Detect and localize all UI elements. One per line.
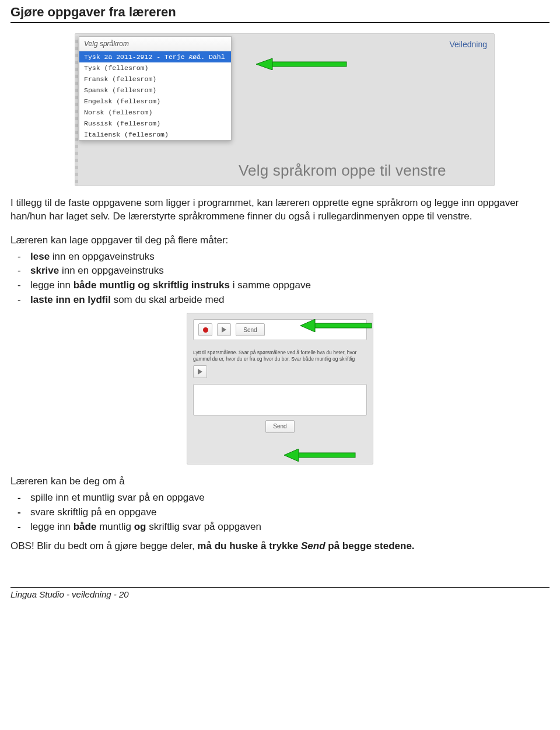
play-button[interactable]	[193, 365, 207, 378]
list-item: skrive inn en oppgaveinstruks	[30, 264, 550, 278]
text: inn en oppgaveinstruks	[50, 251, 155, 262]
bold-text: laste inn en lydfil	[30, 294, 111, 305]
list-item: spille inn et muntlig svar på en oppgave	[30, 491, 550, 505]
page-footer: Lingua Studio - veiledning - 20	[10, 588, 550, 606]
list-item: legge inn både muntlig og skriftlig svar…	[30, 520, 550, 535]
green-arrow-icon	[256, 58, 349, 70]
bold-text: skrive	[30, 265, 59, 276]
play-triangle-icon	[198, 369, 202, 375]
page-title: Gjøre oppgaver fra læreren	[10, 5, 550, 20]
dropdown-item[interactable]: Tysk (fellesrom)	[79, 62, 231, 74]
bold-text: og	[134, 521, 146, 532]
dropdown-item[interactable]: Spansk (fellesrom)	[79, 85, 231, 96]
screenshot-answer-panel: Send Lytt til spørsmålene. Svar på spørs…	[187, 313, 373, 464]
bold-italic-text: Send	[301, 540, 326, 551]
send-button[interactable]: Send	[236, 323, 265, 336]
svg-rect-0	[271, 62, 346, 67]
text: legge inn	[30, 280, 74, 291]
text: OBS! Blir du bedt om å gjøre begge deler…	[10, 540, 197, 551]
dropdown-selected-item[interactable]: Tysk 2a 2011-2912 - Terje Æøå. Dahl	[79, 51, 231, 62]
list-item: laste inn en lydfil som du skal arbeide …	[30, 293, 550, 308]
dropdown-item[interactable]: Russisk (fellesrom)	[79, 118, 231, 129]
list-item: legge inn både muntlig og skriftlig inst…	[30, 278, 550, 293]
send-button[interactable]: Send	[265, 420, 295, 433]
play-button[interactable]	[217, 323, 231, 336]
bold-text: må du huske å trykke	[197, 540, 301, 551]
help-link[interactable]: Veiledning	[449, 40, 487, 49]
svg-rect-4	[297, 453, 355, 457]
language-room-dropdown[interactable]: Velg språkrom Tysk 2a 2011-2912 - Terje …	[79, 36, 232, 141]
screenshot-caption: Velg språkrom oppe til venstre	[239, 162, 446, 180]
text: som du skal arbeide med	[111, 294, 225, 305]
text: skriftlig svar på oppgaven	[146, 521, 261, 532]
list-item: lese inn en oppgaveinstruks	[30, 250, 550, 264]
record-button[interactable]	[198, 323, 212, 336]
text: i samme oppgave	[230, 280, 311, 291]
recording-toolbar: Send	[193, 319, 367, 340]
dropdown-item[interactable]: Fransk (fellesrom)	[79, 74, 231, 85]
svg-marker-5	[284, 449, 299, 462]
list2-intro: Læreren kan be deg om å	[10, 475, 550, 488]
dropdown-item[interactable]: Norsk (fellesrom)	[79, 107, 231, 118]
title-rule	[10, 22, 550, 23]
dropdown-header: Velg språkrom	[79, 37, 231, 51]
written-answer-input[interactable]	[193, 384, 367, 415]
intro-paragraph: I tillegg til de faste oppgavene som lig…	[10, 197, 550, 223]
scrollbar-strip	[75, 36, 78, 186]
teacher-can-list: lese inn en oppgaveinstruks skrive inn e…	[10, 250, 550, 308]
teacher-asks-list: spille inn et muntlig svar på en oppgave…	[10, 491, 550, 534]
text: inn en oppgaveinstruks	[59, 265, 164, 276]
green-arrow-icon	[284, 449, 360, 462]
text: muntlig	[96, 521, 134, 532]
bold-text: på begge stedene.	[326, 540, 415, 551]
record-dot-icon	[203, 327, 208, 333]
obs-note: OBS! Blir du bedt om å gjøre begge deler…	[10, 540, 550, 553]
svg-marker-1	[256, 58, 272, 70]
list1-intro: Læreren kan lage oppgaver til deg på fle…	[10, 234, 550, 247]
text: legge inn	[30, 521, 74, 532]
dropdown-item[interactable]: Engelsk (fellesrom)	[79, 96, 231, 107]
bold-text: både	[74, 521, 97, 532]
list-item: svare skriftlig på en oppgave	[30, 505, 550, 520]
bold-text: både muntlig og skriftlig instruks	[74, 280, 230, 291]
screenshot-dropdown: Velg språkrom Tysk 2a 2011-2912 - Terje …	[75, 33, 495, 186]
task-instruction-text: Lytt til spørsmålene. Svar på spørsmålen…	[193, 350, 367, 361]
play-triangle-icon	[222, 327, 226, 333]
dropdown-item[interactable]: Italiensk (fellesrom)	[79, 129, 231, 140]
bold-text: lese	[30, 251, 50, 262]
